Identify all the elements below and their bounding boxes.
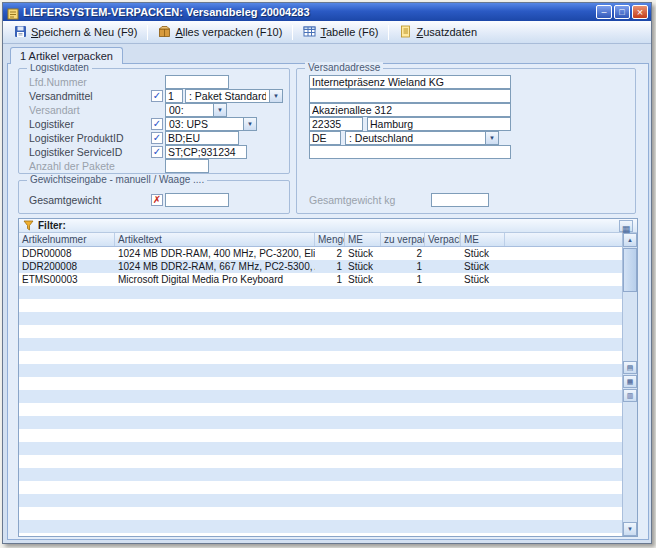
- column-header-zu-verpacken[interactable]: zu verpacke: [381, 233, 425, 246]
- table-row-empty[interactable]: [19, 455, 622, 468]
- table-row-empty[interactable]: [19, 481, 622, 494]
- grid-tool-columns-icon[interactable]: [623, 389, 637, 402]
- versandmittel-combo[interactable]: [185, 89, 283, 103]
- versandmittel-combo-input[interactable]: [185, 89, 269, 103]
- table-row[interactable]: DDR200008 1024 MB DDR2-RAM, 667 MHz, PC2…: [19, 260, 622, 273]
- address-street-input[interactable]: [309, 103, 511, 117]
- address-extra-input[interactable]: [309, 145, 511, 159]
- gesamtgewicht-kg-input[interactable]: [431, 193, 489, 207]
- toolbar-separator: [388, 25, 389, 40]
- cell-artikelnummer: ETMS00003: [19, 273, 115, 286]
- gesamtgewicht-row: Gesamtgewicht: [19, 193, 289, 207]
- versandmittel-label: Versandmittel: [29, 90, 93, 102]
- versandart-combo[interactable]: [165, 103, 227, 117]
- produkt-id-input[interactable]: [165, 131, 239, 145]
- logistiker-checked-icon[interactable]: [151, 118, 163, 130]
- title-bar[interactable]: LIEFERSYSTEM-VERPACKEN: Versandbeleg 200…: [3, 3, 651, 21]
- maximize-button[interactable]: [614, 5, 630, 19]
- table-row-empty[interactable]: [19, 468, 622, 481]
- scrollbar-thumb[interactable]: [623, 248, 637, 292]
- table-row-empty[interactable]: [19, 377, 622, 390]
- versandmittel-checked-icon[interactable]: [151, 90, 163, 102]
- logistiker-combo-input[interactable]: [165, 117, 243, 131]
- grid-customize-button[interactable]: [619, 220, 633, 232]
- table-row-empty[interactable]: [19, 442, 622, 455]
- tabelle-button[interactable]: Tabelle (F6): [297, 22, 384, 43]
- column-header-verpackt[interactable]: Verpackt: [425, 233, 461, 246]
- tab-artikel-verpacken[interactable]: 1 Artikel verpacken: [10, 47, 123, 64]
- scroll-up-icon[interactable]: [623, 233, 637, 247]
- cell-artikelnummer: DDR00008: [19, 247, 115, 260]
- column-header-me[interactable]: ME: [345, 233, 381, 246]
- service-id-checked-icon[interactable]: [151, 146, 163, 158]
- country-dropdown-icon[interactable]: [485, 131, 499, 145]
- table-row[interactable]: DDR00008 1024 MB DDR-RAM, 400 MHz, PC-32…: [19, 247, 622, 260]
- cell-zu-verpacken: 1: [381, 260, 425, 273]
- table-row-empty[interactable]: [19, 351, 622, 364]
- table-row-empty[interactable]: [19, 520, 622, 533]
- address-name2-input[interactable]: [309, 89, 511, 103]
- zusatzdaten-button[interactable]: Zusatzdaten: [393, 22, 483, 43]
- table-row-empty[interactable]: [19, 286, 622, 299]
- cell-me: Stück: [345, 260, 381, 273]
- country-combo-input[interactable]: [345, 131, 485, 145]
- column-header-me2[interactable]: ME: [461, 233, 505, 246]
- cell-verpackt: [425, 247, 461, 260]
- table-row-empty[interactable]: [19, 390, 622, 403]
- cell-zu-verpacken: 1: [381, 273, 425, 286]
- minimize-button[interactable]: [596, 5, 612, 19]
- address-name1-input[interactable]: [309, 75, 511, 89]
- logistiker-combo[interactable]: [165, 117, 257, 131]
- toolbar-separator: [292, 25, 293, 40]
- grid-tool-grid-icon[interactable]: [623, 375, 637, 388]
- table-row-empty[interactable]: [19, 312, 622, 325]
- table-row[interactable]: ETMS00003 Microsoft Digital Media Pro Ke…: [19, 273, 622, 286]
- produkt-id-label: Logistiker ProduktID: [29, 132, 124, 144]
- table-row-empty[interactable]: [19, 416, 622, 429]
- column-header-artikeltext[interactable]: Artikeltext: [115, 233, 315, 246]
- versandart-dropdown-icon[interactable]: [213, 103, 227, 117]
- table-row-empty[interactable]: [19, 299, 622, 312]
- logistiker-dropdown-icon[interactable]: [243, 117, 257, 131]
- service-id-input[interactable]: [165, 145, 247, 159]
- table-row-empty[interactable]: [19, 494, 622, 507]
- versandmittel-row: Versandmittel: [19, 89, 289, 103]
- alles-verpacken-button[interactable]: Alles verpacken (F10): [152, 22, 288, 43]
- vertical-scrollbar[interactable]: [622, 233, 637, 536]
- table-row-empty[interactable]: [19, 429, 622, 442]
- alles-verpacken-label: Alles verpacken (F10): [175, 26, 282, 38]
- gesamtgewicht-kg-label: Gesamtgewicht kg: [309, 194, 395, 206]
- package-icon: [158, 25, 171, 40]
- versandart-combo-input[interactable]: [165, 103, 213, 117]
- table-row-empty[interactable]: [19, 325, 622, 338]
- cell-me: Stück: [345, 273, 381, 286]
- scroll-down-icon[interactable]: [623, 522, 637, 536]
- table-row-empty[interactable]: [19, 403, 622, 416]
- cell-zu-verpacken: 2: [381, 247, 425, 260]
- gesamtgewicht-unchecked-icon[interactable]: [151, 194, 163, 206]
- table-row-empty[interactable]: [19, 507, 622, 520]
- country-code-input[interactable]: [309, 131, 341, 145]
- versandmittel-dropdown-icon[interactable]: [269, 89, 283, 103]
- save-and-new-button[interactable]: Speichern & Neu (F9): [8, 22, 143, 43]
- column-header-artikelnummer[interactable]: Artikelnummer: [19, 233, 115, 246]
- address-name1-row: [297, 75, 635, 89]
- close-button[interactable]: [632, 5, 648, 19]
- table-row-empty[interactable]: [19, 338, 622, 351]
- cell-me: Stück: [345, 247, 381, 260]
- address-zip-input[interactable]: [309, 117, 363, 131]
- country-combo[interactable]: [345, 131, 499, 145]
- table-row-empty[interactable]: [19, 364, 622, 377]
- save-and-new-label: Speichern & Neu (F9): [31, 26, 137, 38]
- address-city-input[interactable]: [367, 117, 511, 131]
- lfd-nummer-input[interactable]: [165, 75, 229, 89]
- table-row-empty[interactable]: [19, 533, 622, 536]
- gesamtgewicht-input[interactable]: [165, 193, 229, 207]
- produkt-id-checked-icon[interactable]: [151, 132, 163, 144]
- anzahl-pakete-input[interactable]: [165, 159, 209, 173]
- artikel-grid: Filter: Artikelnummer Artikeltext Menge …: [18, 218, 638, 537]
- grid-tool-rows-icon[interactable]: [623, 361, 637, 374]
- column-header-menge[interactable]: Menge: [315, 233, 345, 246]
- main-panel: Logistikdaten Lfd.Nummer Versandmittel V…: [7, 63, 649, 540]
- versandmittel-code-input[interactable]: [165, 89, 183, 103]
